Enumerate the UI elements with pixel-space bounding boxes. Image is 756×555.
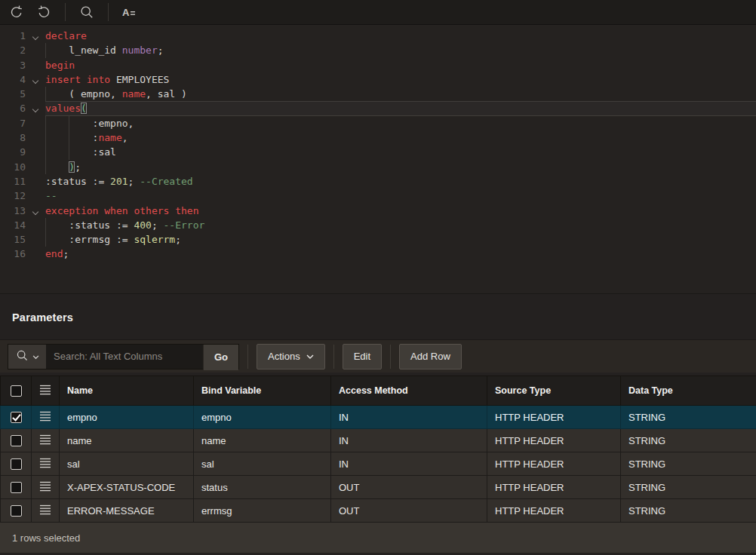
cell-bind-variable[interactable]: errmsg xyxy=(194,499,331,523)
code-line[interactable]: 1declare xyxy=(0,29,756,43)
go-button[interactable]: Go xyxy=(203,345,238,370)
row-menu-icon[interactable] xyxy=(39,385,51,397)
cell-source-type[interactable]: HTTP HEADER xyxy=(487,499,621,523)
code-line[interactable]: 3begin xyxy=(0,58,756,72)
row-menu-icon[interactable] xyxy=(39,434,51,447)
add-row-button[interactable]: Add Row xyxy=(399,344,462,369)
region-title: Parameters xyxy=(12,311,744,323)
code-line[interactable]: 11:status := 201; --Created xyxy=(0,174,756,189)
column-header-name[interactable]: Name xyxy=(60,376,194,406)
line-number: 16 xyxy=(0,247,26,261)
code-line[interactable]: 5 ( empno, name, sal ) xyxy=(0,87,756,101)
line-number: 12 xyxy=(0,189,26,203)
cell-data-type[interactable]: STRING xyxy=(621,499,756,523)
code-token: name xyxy=(122,88,146,100)
table-row[interactable]: namenameINHTTP HEADERSTRING xyxy=(1,429,756,452)
find-button[interactable] xyxy=(73,2,100,23)
autocomplete-button[interactable]: A xyxy=(116,2,143,23)
editor-toolbar: A xyxy=(0,0,756,25)
code-line[interactable]: 12-- xyxy=(0,189,756,203)
undo-button[interactable] xyxy=(3,2,30,23)
row-menu-icon[interactable] xyxy=(39,411,51,424)
code-line[interactable]: 13exception when others then xyxy=(0,204,756,218)
column-header-data-type[interactable]: Data Type xyxy=(621,376,756,406)
fold-chevron-icon[interactable] xyxy=(26,101,45,115)
row-checkbox[interactable] xyxy=(11,482,22,493)
select-all-checkbox[interactable] xyxy=(11,385,22,397)
code-line[interactable]: 14 :status := 400; --Error xyxy=(0,218,756,232)
gutter-space xyxy=(26,189,45,203)
table-row[interactable]: X-APEX-STATUS-CODEstatusOUTHTTP HEADERST… xyxy=(1,476,756,499)
cell-name[interactable]: X-APEX-STATUS-CODE xyxy=(60,476,194,499)
code-token: end xyxy=(45,248,63,259)
code-token: ; xyxy=(175,234,181,245)
cell-data-type[interactable]: STRING xyxy=(621,476,756,499)
gutter-space xyxy=(26,130,45,145)
row-menu-icon[interactable] xyxy=(39,458,51,471)
code-line[interactable]: 8 :name, xyxy=(0,130,756,145)
cell-name[interactable]: name xyxy=(60,429,194,452)
cell-bind-variable[interactable]: sal xyxy=(194,452,331,476)
column-header-bind-variable[interactable]: Bind Variable xyxy=(194,376,331,406)
cell-source-type[interactable]: HTTP HEADER xyxy=(487,406,621,429)
row-checkbox[interactable] xyxy=(11,458,22,470)
code-editor[interactable]: 1declare2 l_new_id number;3begin4insert … xyxy=(0,25,756,293)
fold-chevron-icon[interactable] xyxy=(26,29,45,43)
table-row[interactable]: ERROR-MESSAGEerrmsgOUTHTTP HEADERSTRING xyxy=(1,499,756,523)
code-text: ); xyxy=(45,160,756,174)
svg-text:A: A xyxy=(122,7,130,18)
code-line[interactable]: 6values( xyxy=(0,101,756,115)
code-token: ; xyxy=(63,248,69,259)
cell-source-type[interactable]: HTTP HEADER xyxy=(487,429,621,452)
code-text: insert into EMPLOYEES xyxy=(45,72,756,87)
cell-access-method[interactable]: OUT xyxy=(331,476,487,499)
cell-access-method[interactable]: IN xyxy=(331,452,487,476)
code-token: values xyxy=(45,103,81,114)
row-checkbox[interactable] xyxy=(11,435,22,446)
code-token: ( empno, xyxy=(45,88,122,100)
cell-name[interactable]: sal xyxy=(60,452,194,476)
cell-bind-variable[interactable]: empno xyxy=(194,406,331,429)
chevron-down-icon xyxy=(32,351,39,362)
code-token: --Created xyxy=(140,176,192,187)
gutter-space xyxy=(26,87,45,101)
cell-data-type[interactable]: STRING xyxy=(621,452,756,476)
code-line[interactable]: 9 :sal xyxy=(0,145,756,159)
search-input[interactable] xyxy=(46,345,203,369)
cell-name[interactable]: ERROR-MESSAGE xyxy=(60,499,194,523)
row-menu-icon[interactable] xyxy=(39,504,51,517)
search-column-selector[interactable] xyxy=(8,345,46,369)
column-header-access-method[interactable]: Access Method xyxy=(331,376,487,406)
code-line[interactable]: 15 :errmsg := sqlerrm; xyxy=(0,232,756,247)
code-line[interactable]: 10 ); xyxy=(0,160,756,174)
cell-data-type[interactable]: STRING xyxy=(621,406,756,429)
code-line[interactable]: 2 l_new_id number; xyxy=(0,43,756,57)
row-menu-icon[interactable] xyxy=(39,481,51,494)
cell-bind-variable[interactable]: name xyxy=(194,429,331,452)
column-header-source-type[interactable]: Source Type xyxy=(487,376,621,406)
code-line[interactable]: 4insert into EMPLOYEES xyxy=(0,72,756,87)
actions-button[interactable]: Actions xyxy=(257,344,325,369)
row-checkbox[interactable] xyxy=(11,412,22,423)
table-row[interactable]: salsalINHTTP HEADERSTRING xyxy=(1,452,756,476)
table-body: empnoempnoINHTTP HEADERSTRINGnamenameINH… xyxy=(1,406,756,523)
edit-button[interactable]: Edit xyxy=(343,344,382,369)
code-line[interactable]: 7 :empno, xyxy=(0,116,756,130)
table-row[interactable]: empnoempnoINHTTP HEADERSTRING xyxy=(1,406,756,429)
cell-data-type[interactable]: STRING xyxy=(621,429,756,452)
code-line[interactable]: 16end; xyxy=(0,247,756,261)
code-token: :status := xyxy=(45,219,134,231)
row-checkbox[interactable] xyxy=(11,505,22,517)
cell-access-method[interactable]: IN xyxy=(331,429,487,452)
cell-name[interactable]: empno xyxy=(60,406,194,429)
cell-access-method[interactable]: IN xyxy=(331,406,487,429)
report-footer: 1 rows selected xyxy=(0,523,756,553)
cell-source-type[interactable]: HTTP HEADER xyxy=(487,452,621,476)
cell-access-method[interactable]: OUT xyxy=(331,499,487,523)
gutter-space xyxy=(26,247,45,261)
fold-chevron-icon[interactable] xyxy=(26,204,45,218)
cell-source-type[interactable]: HTTP HEADER xyxy=(487,476,621,499)
redo-button[interactable] xyxy=(30,2,57,23)
cell-bind-variable[interactable]: status xyxy=(194,476,331,499)
fold-chevron-icon[interactable] xyxy=(26,72,45,87)
